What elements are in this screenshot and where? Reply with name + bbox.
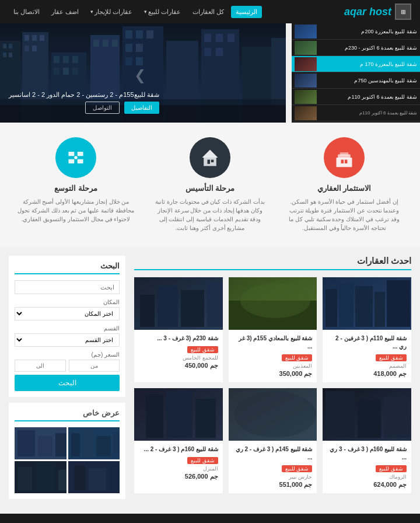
svg-rect-75 (229, 388, 317, 441)
svg-rect-11 (32, 46, 37, 51)
feature-founding-text: بدأت الشركة ذات كيان في محتويات جارة ثان… (152, 197, 268, 232)
feature-expansion-title: مرحلة التوسع (18, 184, 134, 193)
svg-rect-96 (35, 463, 55, 490)
search-button[interactable]: البحث (15, 375, 120, 391)
feature-investment-title: الاستثمار العقاري (286, 184, 402, 193)
prop-img-6 (134, 388, 223, 441)
footer: تابعونا FACEBOOK f TWEETER t GOOGLE + g+ (0, 514, 420, 523)
prop-img-2 (229, 277, 317, 330)
svg-rect-54 (68, 159, 74, 163)
special-offer: عرض خاص (9, 403, 125, 499)
price-to[interactable] (15, 360, 66, 372)
prop-img-4 (323, 388, 411, 441)
svg-rect-65 (134, 277, 223, 330)
thumb-1[interactable]: شقة للبيع بالمعزرة 200م (292, 23, 420, 40)
prop-title-3: شقة 230م (3 غرف - 3 ... (139, 334, 218, 343)
svg-rect-7 (24, 35, 29, 41)
svg-rect-20 (93, 40, 99, 47)
thumb-2[interactable]: شقة للبيع بعمدة 6 اكتوبر - 230م (292, 40, 420, 56)
thumb-img-1 (295, 25, 317, 39)
svg-rect-67 (158, 286, 178, 327)
region-label: القسم (15, 325, 120, 332)
thumb-5[interactable]: شقة للبيع بعمدة 6 اكتوبر 110م (292, 89, 420, 105)
prop-badge-1[interactable]: شقق للبيع (376, 354, 407, 361)
svg-rect-24 (125, 30, 132, 39)
properties-title: احدث العقارات (134, 256, 411, 270)
svg-rect-73 (384, 397, 410, 438)
thumb-img-6 (295, 106, 317, 120)
svg-rect-87 (18, 430, 35, 456)
thumb-4[interactable]: شقة للبيع بالمهندسين 750م (292, 72, 420, 89)
feature-investment-text: إن أفضل استثمار في حياة الأسرة هو السكن.… (286, 197, 402, 232)
thumb-6[interactable]: شقة للبيع بعمدة 6 اكتوبر 110م (292, 105, 420, 121)
svg-rect-22 (112, 40, 118, 47)
offer-img-1[interactable] (68, 427, 120, 459)
logo-icon: ⊞ (395, 4, 411, 20)
prop-title-4: شقة للبيع 160م ( 3 غرف - 3 ري ... (327, 445, 407, 462)
prop-title-5: شقة للبيع 145م ( 3 غرف - 2 ري ... (233, 445, 313, 462)
svg-rect-95 (18, 467, 32, 490)
prop-agent-5: حارس نيبر (233, 474, 313, 480)
svg-rect-14 (63, 56, 69, 63)
search-input[interactable] (15, 280, 120, 294)
svg-rect-30 (136, 57, 143, 65)
svg-rect-74 (229, 388, 317, 441)
properties-grid: شقة للبيع 110م ( 3 غرفين - 2 ري ... شقق … (134, 277, 411, 493)
svg-rect-36 (204, 48, 211, 56)
svg-rect-8 (32, 35, 37, 41)
prop-title-6: شقة للبيع 160م ( 3 غرف - 2 ... (139, 445, 218, 454)
prop-badge-5[interactable]: شقق للبيع (282, 465, 313, 472)
property-card-4[interactable]: شقة للبيع 160م ( 3 غرف - 3 ري ... شقق لل… (323, 388, 411, 493)
prop-agent-4: الزوماك (327, 474, 407, 480)
svg-rect-52 (68, 152, 74, 156)
svg-rect-10 (24, 46, 29, 51)
nav-all-properties[interactable]: كل العقارات (188, 6, 229, 18)
price-from[interactable] (69, 360, 120, 372)
prop-agent-1: المصمم (327, 363, 407, 369)
svg-rect-46 (345, 160, 348, 163)
founding-icon (190, 137, 230, 178)
property-card-6[interactable]: شقة للبيع 160م ( 3 غرف - 2 ... شقق للبيع… (134, 388, 223, 493)
offer-img-4[interactable] (15, 461, 66, 493)
nav-rent[interactable]: عقارات للإيجار (86, 6, 137, 18)
offer-img-3[interactable] (68, 461, 120, 493)
property-card-1[interactable]: شقة للبيع 110م ( 3 غرفين - 2 ري ... شقق … (323, 277, 411, 382)
region-select[interactable]: اختر القسم شقق فيلا (15, 333, 120, 347)
prop-price-6: جم 526,000 (139, 473, 218, 480)
prop-body-6: شقة للبيع 160م ( 3 غرف - 2 ... شقق للبيع… (134, 441, 223, 485)
location-select[interactable]: اختر المكان القاهرة الجيزة (15, 307, 120, 320)
search-title: البحث (15, 262, 120, 274)
prop-badge-4[interactable]: شقق للبيع (376, 465, 407, 472)
prop-badge-3[interactable]: شقق للبيع (187, 346, 218, 353)
svg-rect-91 (74, 466, 86, 490)
hero-details-btn[interactable]: التفاصيل (124, 102, 159, 114)
svg-rect-79 (166, 391, 192, 438)
hero-arrow: ❯ (134, 67, 146, 83)
offer-img-2[interactable] (15, 427, 66, 459)
svg-rect-16 (54, 68, 60, 75)
nav-contact[interactable]: الاتصال بنا (9, 6, 44, 18)
thumb-3[interactable]: شقة للبيع بالمعزرة 170 م (292, 56, 420, 72)
prop-badge-2[interactable]: شقق للبيع (282, 354, 313, 361)
property-card-5[interactable]: شقة للبيع 145م ( 3 غرف - 2 ري ... شقق لل… (229, 388, 317, 493)
svg-rect-71 (326, 391, 355, 438)
prop-agent-3: للمجمع الخامس (139, 355, 218, 361)
prop-agent-2: المعذبين (233, 363, 313, 369)
header: ⊞ aqar host الرئيسية كل العقارات عقارات … (0, 0, 420, 23)
logo: ⊞ aqar host (344, 4, 411, 20)
hero-contact-btn[interactable]: التواصل (85, 102, 120, 114)
svg-rect-3 (9, 44, 12, 48)
svg-rect-62 (229, 277, 317, 330)
nav-sale[interactable]: عقارات للبيع (139, 6, 186, 18)
property-card-3[interactable]: شقة 230م (3 غرف - 3 ... شقق للبيع للمجمع… (134, 277, 223, 382)
price-range (15, 360, 120, 372)
svg-rect-42 (337, 158, 352, 167)
hero-subtitle: شقة للبيع155م - 2 رستسين - 2 حمام الدور … (9, 91, 159, 99)
nav-add[interactable]: اضف عقار (47, 6, 83, 18)
nav-home[interactable]: الرئيسية (231, 6, 262, 18)
search-box: البحث المكان اختر المكان القاهرة الجيزة … (9, 256, 125, 397)
prop-badge-6[interactable]: شقق للبيع (187, 457, 218, 464)
svg-rect-80 (195, 399, 216, 438)
property-card-2[interactable]: شقة للبيع بالمعادي 155م (3 غر ... شقق لل… (229, 277, 317, 382)
thumb-img-4 (295, 74, 317, 88)
